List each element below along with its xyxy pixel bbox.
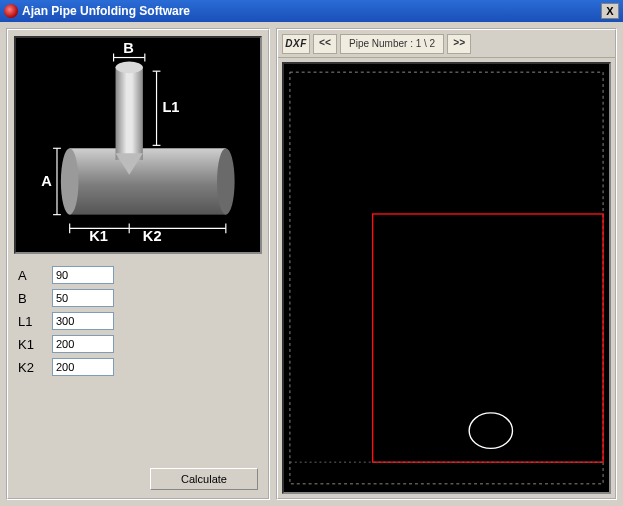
- dim-label-l1: L1: [162, 99, 179, 115]
- label-l1: L1: [18, 314, 44, 329]
- dim-label-k2: K2: [143, 228, 162, 243]
- next-pipe-button[interactable]: >>: [447, 34, 471, 54]
- app-icon: [4, 4, 18, 18]
- dim-label-b: B: [123, 40, 134, 56]
- svg-rect-3: [116, 67, 143, 160]
- pipe-diagram: B L1 A K1 K2: [14, 36, 262, 254]
- input-b[interactable]: [52, 289, 114, 307]
- main-area: B L1 A K1 K2 A B L1 K1: [0, 22, 623, 506]
- dim-label-a: A: [41, 173, 52, 189]
- svg-point-4: [116, 61, 143, 73]
- parameters-form: A B L1 K1 K2 Calculate: [8, 260, 268, 498]
- pipe-number-label: Pipe Number : 1 \ 2: [340, 34, 444, 54]
- close-icon: X: [606, 5, 613, 17]
- row-k1: K1: [18, 335, 258, 353]
- cad-viewport[interactable]: [282, 62, 611, 494]
- svg-point-1: [217, 148, 235, 214]
- input-a[interactable]: [52, 266, 114, 284]
- input-k2[interactable]: [52, 358, 114, 376]
- close-button[interactable]: X: [601, 3, 619, 19]
- input-k1[interactable]: [52, 335, 114, 353]
- dxf-button[interactable]: DXF: [282, 34, 310, 54]
- pipe-diagram-svg: B L1 A K1 K2: [16, 38, 260, 243]
- row-k2: K2: [18, 358, 258, 376]
- svg-rect-0: [70, 148, 226, 214]
- row-a: A: [18, 266, 258, 284]
- dim-label-k1: K1: [89, 228, 108, 243]
- input-l1[interactable]: [52, 312, 114, 330]
- prev-pipe-button[interactable]: <<: [313, 34, 337, 54]
- row-l1: L1: [18, 312, 258, 330]
- window-title: Ajan Pipe Unfolding Software: [22, 4, 190, 18]
- calculate-button[interactable]: Calculate: [150, 468, 258, 490]
- preview-toolbar: DXF << Pipe Number : 1 \ 2 >>: [278, 30, 615, 58]
- label-k2: K2: [18, 360, 44, 375]
- label-k1: K1: [18, 337, 44, 352]
- label-b: B: [18, 291, 44, 306]
- cad-drawing: [284, 64, 609, 492]
- label-a: A: [18, 268, 44, 283]
- svg-rect-20: [373, 214, 603, 462]
- svg-rect-19: [290, 72, 603, 484]
- svg-point-2: [61, 148, 79, 214]
- left-panel: B L1 A K1 K2 A B L1 K1: [6, 28, 270, 500]
- row-b: B: [18, 289, 258, 307]
- titlebar: Ajan Pipe Unfolding Software X: [0, 0, 623, 22]
- right-panel: DXF << Pipe Number : 1 \ 2 >>: [276, 28, 617, 500]
- svg-point-21: [469, 413, 512, 448]
